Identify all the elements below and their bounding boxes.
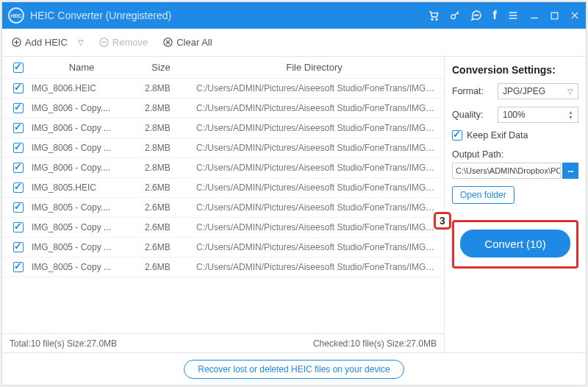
row-directory: C:/Users/ADMIN/Pictures/Aiseesoft Studio… bbox=[190, 123, 438, 133]
file-list-panel: Name Size File Directory IMG_8006.HEIC2.… bbox=[2, 57, 445, 352]
minimize-icon[interactable] bbox=[529, 10, 539, 21]
header-name: Name bbox=[29, 62, 132, 73]
content: Name Size File Directory IMG_8006.HEIC2.… bbox=[2, 57, 586, 352]
row-checkbox[interactable] bbox=[13, 182, 24, 193]
clear-all-label: Clear All bbox=[176, 37, 212, 48]
svg-rect-10 bbox=[551, 13, 558, 19]
row-checkbox[interactable] bbox=[13, 163, 24, 173]
row-directory: C:/Users/ADMIN/Pictures/Aiseesoft Studio… bbox=[190, 182, 438, 193]
status-bar: Total:10 file(s) Size:27.0MB Checked:10 … bbox=[2, 333, 444, 352]
table-body: IMG_8006.HEIC2.8MBC:/Users/ADMIN/Picture… bbox=[2, 79, 444, 333]
table-header: Name Size File Directory bbox=[2, 57, 444, 79]
output-path-label: Output Path: bbox=[452, 149, 578, 160]
row-name: IMG_8006.HEIC bbox=[29, 83, 132, 93]
quality-select[interactable]: 100% ▲▼ bbox=[498, 107, 578, 123]
header-directory: File Directory bbox=[190, 62, 438, 73]
svg-point-0 bbox=[431, 18, 433, 20]
row-checkbox[interactable] bbox=[13, 222, 24, 232]
quality-label: Quality: bbox=[452, 110, 498, 120]
plus-circle-icon bbox=[11, 37, 22, 48]
table-row[interactable]: IMG_8006.HEIC2.8MBC:/Users/ADMIN/Picture… bbox=[2, 79, 444, 99]
facebook-icon[interactable]: f bbox=[492, 8, 497, 23]
table-row[interactable]: IMG_8005 - Copy ...2.6MBC:/Users/ADMIN/P… bbox=[2, 238, 444, 258]
chat-icon[interactable] bbox=[470, 10, 482, 21]
recover-link[interactable]: Recover lost or deleted HEIC files on yo… bbox=[184, 360, 404, 379]
maximize-icon[interactable] bbox=[550, 11, 559, 21]
row-name: IMG_8005 - Copy.... bbox=[29, 202, 132, 213]
row-size: 2.8MB bbox=[132, 163, 190, 173]
svg-point-2 bbox=[451, 15, 456, 19]
row-directory: C:/Users/ADMIN/Pictures/Aiseesoft Studio… bbox=[190, 262, 438, 272]
row-checkbox[interactable] bbox=[13, 83, 24, 93]
x-circle-icon bbox=[162, 37, 173, 48]
add-heic-button[interactable]: Add HEIC ▽ bbox=[11, 37, 84, 48]
quality-value: 100% bbox=[503, 110, 526, 120]
row-name: IMG_8005 - Copy ... bbox=[29, 262, 132, 272]
row-checkbox[interactable] bbox=[13, 262, 24, 272]
window-title: HEIC Converter (Unregistered) bbox=[30, 10, 171, 21]
keep-exif-checkbox[interactable] bbox=[452, 130, 462, 141]
output-path-field[interactable]: C:\Users\ADMIN\Dropbox\PC\ bbox=[452, 163, 561, 179]
row-size: 2.6MB bbox=[132, 222, 190, 232]
format-select[interactable]: JPG/JPEG ▽ bbox=[498, 83, 578, 99]
table-row[interactable]: IMG_8005 - Copy ...2.6MBC:/Users/ADMIN/P… bbox=[2, 258, 444, 277]
convert-highlight: 3 Convert (10) bbox=[452, 220, 578, 269]
toolbar: Add HEIC ▽ Remove Clear All bbox=[2, 29, 586, 57]
row-name: IMG_8006 - Copy.... bbox=[29, 163, 132, 173]
key-icon[interactable] bbox=[450, 10, 460, 21]
row-checkbox[interactable] bbox=[13, 202, 24, 213]
row-directory: C:/Users/ADMIN/Pictures/Aiseesoft Studio… bbox=[190, 163, 438, 173]
row-name: IMG_8005 - Copy ... bbox=[29, 222, 132, 232]
row-checkbox[interactable] bbox=[13, 242, 24, 252]
format-value: JPG/JPEG bbox=[503, 86, 545, 96]
convert-button[interactable]: Convert (10) bbox=[460, 230, 570, 258]
format-label: Format: bbox=[452, 86, 498, 96]
bottom-bar: Recover lost or deleted HEIC files on yo… bbox=[2, 352, 586, 385]
settings-panel: Conversion Settings: Format: JPG/JPEG ▽ … bbox=[445, 57, 586, 352]
annotation-badge: 3 bbox=[434, 212, 451, 230]
row-checkbox[interactable] bbox=[13, 143, 24, 153]
table-row[interactable]: IMG_8006 - Copy....2.8MBC:/Users/ADMIN/P… bbox=[2, 158, 444, 178]
titlebar-actions: f bbox=[428, 8, 580, 23]
row-size: 2.6MB bbox=[132, 262, 190, 272]
status-total: Total:10 file(s) Size:27.0MB bbox=[10, 338, 117, 349]
table-row[interactable]: IMG_8006 - Copy ...2.8MBC:/Users/ADMIN/P… bbox=[2, 138, 444, 158]
row-directory: C:/Users/ADMIN/Pictures/Aiseesoft Studio… bbox=[190, 103, 438, 113]
status-checked: Checked:10 file(s) Size:27.0MB bbox=[313, 338, 437, 349]
chevron-down-icon: ▽ bbox=[78, 38, 84, 46]
row-size: 2.8MB bbox=[132, 143, 190, 153]
row-directory: C:/Users/ADMIN/Pictures/Aiseesoft Studio… bbox=[190, 242, 438, 252]
header-size: Size bbox=[132, 62, 190, 73]
table-row[interactable]: IMG_8006 - Copy....2.8MBC:/Users/ADMIN/P… bbox=[2, 99, 444, 118]
table-row[interactable]: IMG_8005 - Copy....2.6MBC:/Users/ADMIN/P… bbox=[2, 198, 444, 218]
row-name: IMG_8006 - Copy.... bbox=[29, 103, 132, 113]
clear-all-button[interactable]: Clear All bbox=[162, 37, 212, 48]
stepper-icon: ▲▼ bbox=[568, 110, 573, 120]
row-directory: C:/Users/ADMIN/Pictures/Aiseesoft Studio… bbox=[190, 222, 438, 232]
table-row[interactable]: IMG_8006 - Copy ...2.8MBC:/Users/ADMIN/P… bbox=[2, 118, 444, 138]
row-size: 2.6MB bbox=[132, 182, 190, 193]
menu-icon[interactable] bbox=[507, 10, 519, 21]
row-name: IMG_8006 - Copy ... bbox=[29, 123, 132, 133]
cart-icon[interactable] bbox=[428, 10, 440, 21]
settings-title: Conversion Settings: bbox=[452, 64, 578, 76]
table-row[interactable]: IMG_8005 - Copy ...2.6MBC:/Users/ADMIN/P… bbox=[2, 218, 444, 238]
close-icon[interactable] bbox=[570, 10, 580, 21]
row-checkbox[interactable] bbox=[13, 123, 24, 133]
select-all-checkbox[interactable] bbox=[13, 63, 24, 73]
open-folder-button[interactable]: Open folder bbox=[452, 186, 514, 204]
app-logo-icon: HEIC bbox=[8, 7, 24, 24]
browse-button[interactable]: ··· bbox=[562, 163, 578, 179]
keep-exif-label: Keep Exif Data bbox=[467, 130, 528, 141]
row-name: IMG_8005 - Copy ... bbox=[29, 242, 132, 252]
row-name: IMG_8006 - Copy ... bbox=[29, 143, 132, 153]
remove-button: Remove bbox=[98, 37, 148, 48]
row-directory: C:/Users/ADMIN/Pictures/Aiseesoft Studio… bbox=[190, 83, 438, 93]
table-row[interactable]: IMG_8005.HEIC2.6MBC:/Users/ADMIN/Picture… bbox=[2, 178, 444, 198]
svg-point-5 bbox=[478, 15, 478, 15]
row-size: 2.8MB bbox=[132, 103, 190, 113]
row-checkbox[interactable] bbox=[13, 103, 24, 113]
row-size: 2.6MB bbox=[132, 202, 190, 213]
app-window: HEIC HEIC Converter (Unregistered) f Add… bbox=[1, 1, 587, 386]
remove-label: Remove bbox=[112, 37, 148, 48]
